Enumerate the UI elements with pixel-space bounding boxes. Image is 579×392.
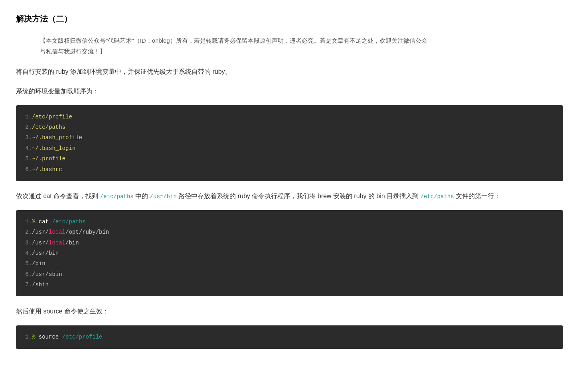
table-row: 6.~/.bashrc <box>16 164 563 175</box>
line-number: 4. <box>16 143 32 154</box>
table-row: 7./sbin <box>16 280 563 290</box>
line-number: 7. <box>16 280 32 290</box>
para3-mid2: 路径中存放着系统的 ruby 命令执行程序，我们将 brew 安装的 ruby … <box>178 193 419 199</box>
para2: 系统的环境变量加载顺序为： <box>16 86 563 97</box>
line-number: 5. <box>16 258 32 269</box>
para3-prefix: 依次通过 cat 命令查看，找到 <box>16 193 98 199</box>
line-content: ~/.bash_profile <box>32 132 563 143</box>
line-number: 3. <box>16 132 32 143</box>
table-row: 1.% cat /etc/paths <box>16 217 563 227</box>
table-row: 3./usr/local/bin <box>16 238 563 248</box>
table-row: 1./etc/profile <box>16 112 563 122</box>
line-content: /bin <box>32 258 563 269</box>
line-content: ~/.bash_login <box>32 143 563 154</box>
table-row: 3.~/.bash_profile <box>16 132 563 143</box>
line-number: 1. <box>16 217 32 227</box>
line-number: 3. <box>16 238 32 248</box>
line-content: % source /etc/profile <box>32 332 563 342</box>
line-number: 1. <box>16 332 32 342</box>
line-content: /usr/local/bin <box>32 238 563 248</box>
line-number: 4. <box>16 248 32 258</box>
code-block-env-vars: 1./etc/profile2./etc/paths3.~/.bash_prof… <box>16 105 563 181</box>
line-content: /usr/sbin <box>32 269 563 280</box>
line-content: /usr/local/opt/ruby/bin <box>32 227 563 237</box>
line-content: /etc/paths <box>32 122 563 132</box>
para3: 依次通过 cat 命令查看，找到 /etc/paths 中的 /usr/bin … <box>16 191 563 202</box>
para3-code1: /etc/paths <box>100 193 134 200</box>
line-number: 2. <box>16 227 32 237</box>
line-content: /etc/profile <box>32 112 563 122</box>
line-number: 6. <box>16 164 32 175</box>
line-content: /usr/bin <box>32 248 563 258</box>
table-row: 1.% source /etc/profile <box>16 332 563 342</box>
line-number: 6. <box>16 269 32 280</box>
copyright-block: 【本文版权归微信公众号"代码艺术"（ID：onblog）所有，若是转载请务必保留… <box>16 35 563 57</box>
para1: 将自行安装的 ruby 添加到环境变量中，并保证优先级大于系统自带的 ruby。 <box>16 66 563 78</box>
copyright-line2: 号私信与我进行交流！】 <box>40 46 563 57</box>
para3-mid1: 中的 <box>135 193 148 199</box>
page-title: 解决方法（二） <box>16 12 563 26</box>
para3-code3: /etc/paths <box>421 193 454 200</box>
table-row: 2./usr/local/opt/ruby/bin <box>16 227 563 237</box>
table-row: 2./etc/paths <box>16 122 563 132</box>
table-row: 4./usr/bin <box>16 248 563 258</box>
code-block-cat-paths: 1.% cat /etc/paths2./usr/local/opt/ruby/… <box>16 210 563 297</box>
line-number: 2. <box>16 122 32 132</box>
table-row: 5.~/.profile <box>16 154 563 164</box>
para3-code2: /usr/bin <box>150 193 177 200</box>
line-content: ~/.profile <box>32 154 563 164</box>
line-content: ~/.bashrc <box>32 164 563 175</box>
code-block-source: 1.% source /etc/profile <box>16 325 563 349</box>
table-row: 5./bin <box>16 258 563 269</box>
table-row: 6./usr/sbin <box>16 269 563 280</box>
para3-suffix: 文件的第一行： <box>456 193 500 199</box>
line-content: /sbin <box>32 280 563 290</box>
line-number: 5. <box>16 154 32 164</box>
line-number: 1. <box>16 112 32 122</box>
table-row: 4.~/.bash_login <box>16 143 563 154</box>
para4: 然后使用 source 命令使之生效： <box>16 306 563 317</box>
line-content: % cat /etc/paths <box>32 217 563 227</box>
copyright-line1: 【本文版权归微信公众号"代码艺术"（ID：onblog）所有，若是转载请务必保留… <box>40 35 563 46</box>
